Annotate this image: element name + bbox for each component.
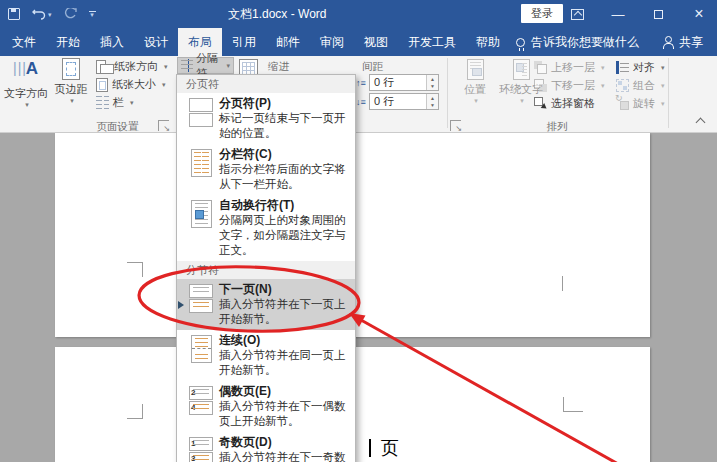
spacing-before-stepper[interactable]: ▲▼: [426, 75, 438, 90]
indent-label: 缩进: [268, 60, 289, 74]
tab-view[interactable]: 视图: [354, 28, 398, 56]
chevron-down-icon: ▾: [474, 97, 478, 105]
tab-developer[interactable]: 开发工具: [398, 28, 466, 56]
text-cursor: [369, 439, 371, 457]
chevron-down-icon: ▾: [25, 101, 29, 109]
page-break-icon: [183, 96, 219, 141]
selection-pane-button[interactable]: 选择窗格: [534, 96, 595, 111]
document-text: 页: [381, 436, 399, 460]
lightbulb-icon: [516, 38, 525, 47]
continuous-break-icon: [183, 333, 219, 378]
chevron-down-icon: ▾: [520, 97, 524, 105]
menu-item-continuous[interactable]: 连续(O) 插入分节符并在同一页上开始新节。: [177, 330, 355, 381]
breaks-button[interactable]: 分隔符 ▾: [177, 57, 234, 74]
section-breaks-section-header: 分节符: [177, 261, 355, 279]
menu-item-even-page[interactable]: 2 4 偶数页(E) 插入分节符并在下一偶数页上开始新节。: [177, 381, 355, 432]
columns-icon: [96, 96, 109, 109]
maximize-button[interactable]: [643, 0, 673, 28]
odd-page-break-icon: 1 3: [183, 435, 219, 462]
chevron-down-icon: ▾: [130, 99, 134, 107]
margins-button[interactable]: 页边距 ▾: [50, 58, 92, 105]
text-wrapping-break-icon: [183, 198, 219, 258]
tab-review[interactable]: 审阅: [310, 28, 354, 56]
chevron-down-icon: ▾: [661, 100, 665, 108]
position-button[interactable]: 位置 ▾: [455, 59, 495, 105]
undo-icon[interactable]: ▾: [32, 8, 52, 20]
tell-me-box[interactable]: 告诉我你想要做什么: [516, 28, 639, 56]
document-canvas[interactable]: 页: [0, 133, 717, 462]
minimize-button[interactable]: —: [603, 0, 633, 28]
margins-icon: [62, 58, 80, 80]
position-icon: [467, 59, 484, 80]
redo-icon[interactable]: [64, 8, 77, 20]
save-icon[interactable]: [8, 8, 20, 20]
orientation-button[interactable]: 纸张方向 ▾: [96, 59, 168, 74]
rotate-icon: [616, 97, 629, 110]
text-direction-icon: A: [13, 58, 39, 84]
group-button[interactable]: 组合 ▾: [616, 78, 665, 93]
tab-file[interactable]: 文件: [2, 28, 46, 56]
window-title: 文档1.docx - Word: [228, 0, 326, 28]
arrange-group-label: 排列: [525, 120, 589, 134]
quick-access-toolbar: ▾ ▾: [8, 0, 96, 28]
tab-design[interactable]: 设计: [134, 28, 178, 56]
margin-crop-mark: [127, 404, 143, 419]
person-icon: [662, 36, 674, 48]
chevron-down-icon: ▾: [601, 64, 605, 72]
ribbon: A 文字方向 ▾ 页边距 ▾ 纸张方向 ▾ 纸张大小 ▾ 栏 ▾ 分隔符 ▾: [0, 56, 717, 133]
tab-insert[interactable]: 插入: [90, 28, 134, 56]
spacing-label: 间距: [362, 60, 383, 74]
word-window: ▾ ▾ 文档1.docx - Word 登录 — × 文件 开始 插入 设计 布…: [0, 0, 717, 462]
bring-forward-button[interactable]: 上移一层 ▾: [534, 60, 605, 75]
chevron-down-icon: ▾: [70, 97, 74, 105]
wrap-text-icon: [513, 59, 530, 80]
ribbon-tab-bar: 文件 开始 插入 设计 布局 引用 邮件 审阅 视图 开发工具 帮助 告诉我你想…: [0, 28, 717, 56]
spacing-after-field[interactable]: ↓≡ 0 行 ▲▼: [356, 93, 439, 110]
margin-crop-mark: [127, 262, 143, 277]
page-setup-group-label: 页面设置: [75, 120, 160, 134]
menu-item-page-break[interactable]: 分页符(P) 标记一页结束与下一页开始的位置。: [177, 93, 355, 144]
breaks-dropdown-menu: 分页符 分页符(P) 标记一页结束与下一页开始的位置。 分栏符(C) 指示分栏符…: [176, 74, 356, 462]
columns-button[interactable]: 栏 ▾: [96, 95, 134, 110]
sign-in-button[interactable]: 登录: [521, 4, 563, 23]
rotate-button[interactable]: 旋转 ▾: [616, 96, 665, 111]
tab-references[interactable]: 引用: [222, 28, 266, 56]
send-backward-icon: [534, 79, 547, 92]
bring-forward-icon: [534, 61, 547, 74]
page-setup-dialog-launcher[interactable]: [158, 120, 169, 131]
margin-crop-mark: [563, 397, 583, 412]
orientation-icon: [96, 60, 110, 74]
collapse-ribbon-icon[interactable]: [696, 118, 706, 128]
page-breaks-section-header: 分页符: [177, 75, 355, 93]
title-bar: ▾ ▾ 文档1.docx - Word 登录 — ×: [0, 0, 717, 28]
column-break-icon: [183, 147, 219, 192]
paragraph-dialog-launcher[interactable]: [450, 120, 461, 131]
selection-pane-icon: [534, 97, 547, 110]
tab-home[interactable]: 开始: [46, 28, 90, 56]
tab-help[interactable]: 帮助: [466, 28, 510, 56]
spacing-before-icon: ↑≡: [356, 78, 369, 88]
send-backward-button[interactable]: 下移一层 ▾: [534, 78, 605, 93]
next-page-break-icon: [183, 282, 219, 327]
align-button[interactable]: 对齐 ▾: [616, 60, 665, 75]
menu-item-text-wrapping-break[interactable]: 自动换行符(T) 分隔网页上的对象周围的文字，如分隔题注文字与正文。: [177, 195, 355, 261]
menu-item-next-page[interactable]: 下一页(N) 插入分节符并在下一页上开始新节。: [177, 279, 355, 330]
tell-me-label: 告诉我你想要做什么: [531, 34, 639, 51]
tab-mailings[interactable]: 邮件: [266, 28, 310, 56]
paper-size-button[interactable]: 纸张大小 ▾: [96, 77, 166, 92]
chevron-down-icon: ▾: [226, 62, 230, 70]
spacing-after-stepper[interactable]: ▲▼: [426, 94, 438, 109]
spacing-after-icon: ↓≡: [356, 97, 369, 107]
menu-item-column-break[interactable]: 分栏符(C) 指示分栏符后面的文字将从下一栏开始。: [177, 144, 355, 195]
spacing-before-field[interactable]: ↑≡ 0 行 ▲▼: [356, 74, 439, 91]
share-button[interactable]: 共享: [662, 28, 717, 56]
customize-qat-icon[interactable]: ▾: [89, 11, 96, 17]
close-button[interactable]: ×: [684, 0, 714, 28]
ribbon-display-options-icon[interactable]: [562, 0, 592, 28]
menu-item-odd-page[interactable]: 1 3 奇数页(D) 插入分节符并在下一奇数页上开始新节。: [177, 432, 355, 462]
align-icon: [616, 61, 629, 74]
text-direction-button[interactable]: A 文字方向 ▾: [3, 58, 49, 109]
even-page-break-icon: 2 4: [183, 384, 219, 429]
chevron-down-icon: ▾: [661, 64, 665, 72]
share-label: 共享: [679, 34, 703, 51]
